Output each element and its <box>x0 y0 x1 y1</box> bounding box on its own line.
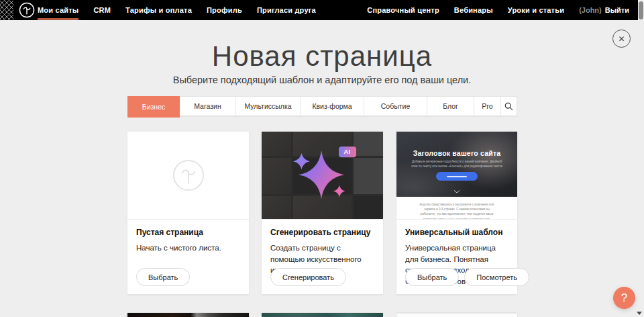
tab-pro[interactable]: Pro <box>474 97 501 116</box>
help-button[interactable]: ? <box>613 287 635 309</box>
template-hero-heading: Заголовок вашего сайта <box>396 149 517 157</box>
search-icon <box>504 102 513 111</box>
template-card-ai-generate: AI Сгенерировать страницу Создать страни… <box>262 132 383 294</box>
tab-event[interactable]: Событие <box>364 97 427 116</box>
page-title: Новая страница <box>0 40 644 73</box>
choose-universal-button[interactable]: Выбрать <box>405 268 459 286</box>
page-subtitle: Выберите подходящий шаблон и адаптируйте… <box>0 75 644 85</box>
logout-link[interactable]: Выйти <box>605 6 629 14</box>
template-category-tabs: Бизнес Магазин Мультиссылка Квиз-форма С… <box>127 96 517 116</box>
template-card-partial-3 <box>396 313 517 317</box>
card-actions: Выбрать <box>136 268 190 286</box>
template-hero-cta-button <box>436 172 478 181</box>
tab-business[interactable]: Бизнес <box>127 96 180 118</box>
nav-item-help-center[interactable]: Справочный центр <box>367 0 439 20</box>
nav-item-plans-payment[interactable]: Тарифы и оплата <box>125 0 192 20</box>
primary-nav: Мои сайты CRM Тарифы и оплата Профиль Пр… <box>38 0 316 20</box>
tab-multilink[interactable]: Мультиссылка <box>236 97 301 116</box>
card-title: Пустая страница <box>136 228 240 237</box>
top-navigation-bar: Мои сайты CRM Тарифы и оплата Профиль Пр… <box>0 0 644 20</box>
chevron-down-icon <box>454 190 460 193</box>
nav-item-profile[interactable]: Профиль <box>207 0 242 20</box>
nav-item-webinars[interactable]: Вебинары <box>454 0 493 20</box>
tilda-logo-icon[interactable] <box>19 2 35 18</box>
user-name-label: (John) <box>579 6 602 14</box>
template-picker-page: Мои сайты CRM Тарифы и оплата Профиль Пр… <box>0 0 644 317</box>
card-actions: Сгенерировать <box>270 268 346 286</box>
user-session: (John) Выйти <box>579 6 629 14</box>
template-card-partial-2 <box>262 313 383 317</box>
ai-generate-preview: AI <box>262 132 383 220</box>
template-about-text: Коротко представьтесь и расскажите о ком… <box>417 202 497 220</box>
nav-item-lessons-articles[interactable]: Уроки и статьи <box>508 0 564 20</box>
decorative-weave-pattern <box>0 0 13 20</box>
universal-template-preview: Заголовок вашего сайта Добавьте интересн… <box>396 132 517 220</box>
card-title: Сгенерировать страницу <box>270 228 374 237</box>
question-mark-icon: ? <box>621 291 627 305</box>
template-card-blank-page: Пустая страница Начать с чистого листа. … <box>127 132 249 294</box>
nav-item-invite-friend[interactable]: Пригласи друга <box>257 0 316 20</box>
secondary-nav: Справочный центр Вебинары Уроки и статьи… <box>367 0 629 20</box>
ai-sparkle-icon: AI <box>290 145 355 203</box>
ai-badge: AI <box>339 146 356 157</box>
tab-quiz-form[interactable]: Квиз-форма <box>301 97 364 116</box>
card-title: Универсальный шаблон <box>405 228 508 237</box>
choose-blank-button[interactable]: Выбрать <box>136 268 190 286</box>
template-hero-subtext: Добавьте интересные подробности о вашей … <box>409 160 505 169</box>
scrollbar-down-arrow-icon[interactable] <box>637 312 642 315</box>
tab-store[interactable]: Магазин <box>180 97 236 116</box>
search-templates-button[interactable] <box>501 97 517 116</box>
tilda-watermark-icon <box>172 159 205 191</box>
scrollbar-thumb[interactable] <box>639 1 643 19</box>
template-card-universal: Заголовок вашего сайта Добавьте интересн… <box>396 132 517 294</box>
template-about-section: Коротко представьтесь и расскажите о ком… <box>396 197 517 219</box>
template-hero-section: Заголовок вашего сайта Добавьте интересн… <box>396 132 517 197</box>
card-description: Начать с чистого листа. <box>136 242 240 254</box>
blank-page-preview <box>127 132 249 220</box>
tab-blog[interactable]: Блог <box>427 97 474 116</box>
generate-page-button[interactable]: Сгенерировать <box>270 268 346 286</box>
nav-item-crm[interactable]: CRM <box>93 0 111 20</box>
template-card-partial-1 <box>127 313 249 317</box>
preview-universal-button[interactable]: Посмотреть <box>464 268 529 286</box>
card-actions: Выбрать Посмотреть <box>405 268 529 286</box>
nav-item-my-sites[interactable]: Мои сайты <box>38 0 78 20</box>
